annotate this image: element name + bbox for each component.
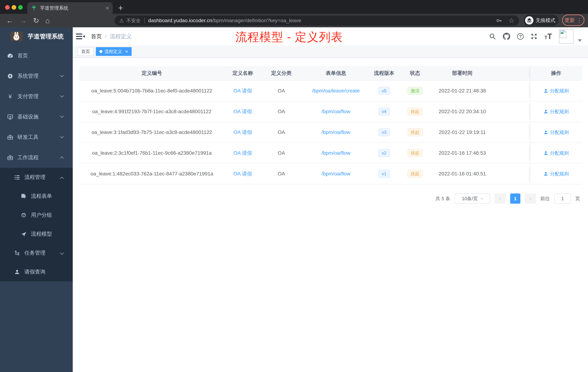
form-link[interactable]: /bpm/oa/flow [321,150,350,156]
version-badge: v2 [378,149,390,157]
sidebar-item-leave-query[interactable]: 请假查询 [0,263,73,281]
status-badge: 激活 [408,87,423,95]
sidebar-item-workflow[interactable]: 工作流程 [0,147,73,168]
form-link[interactable]: /bpm/oa/flow [321,171,350,177]
breadcrumb-home[interactable]: 首页 [91,33,102,40]
reload-icon[interactable]: ↻ [33,17,39,24]
user-avatar-broken-image[interactable] [559,29,573,44]
pagination: 共 5 条 10条/页 ‹ 1 › 前往 页 [73,194,580,204]
version-badge: v5 [378,87,390,95]
assign-rule-button[interactable]: 分配规则 [544,129,569,136]
definition-name-link[interactable]: OA 请假 [233,170,252,177]
column-header: 部署时间 [432,70,493,77]
form-link[interactable]: /bpm/oa/flow [321,129,350,135]
form-link[interactable]: /bpm/oa/leave/create [312,88,360,94]
assign-rule-button[interactable]: 分配规则 [544,109,569,115]
sidebar-item-label: 流程管理 [24,174,45,181]
user-icon [544,88,548,93]
sidebar-item-payment[interactable]: ¥ 支付管理 [0,86,73,107]
sidebar-item-infrastructure[interactable]: 基础设施 [0,107,73,127]
not-secure-warning-icon: ⚠ [119,18,124,24]
help-icon[interactable]: ? [517,33,524,40]
sidebar-item-label: 首页 [17,52,28,59]
window-zoom-button[interactable] [18,5,23,10]
chevron-up-icon [60,177,64,181]
page-size-select[interactable]: 10条/页 [454,194,490,204]
deploy-time: 2022-01-22 21:48:38 [432,88,493,94]
sidebar-item-label: 系统管理 [17,72,39,80]
github-icon[interactable] [503,33,510,40]
status-badge: 挂起 [408,170,423,178]
user-icon [544,151,548,155]
app-title: 芋道管理系统 [28,33,64,41]
home-icon[interactable]: ⌂ [45,17,50,24]
assign-rule-button[interactable]: 分配规则 [544,150,569,156]
status-badge: 挂起 [408,108,423,116]
window-minimize-button[interactable] [12,5,16,10]
definition-name-link[interactable]: OA 请假 [233,108,252,115]
sidebar-item-label: 流程表单 [31,193,52,200]
forward-icon[interactable]: → [20,17,27,24]
assign-rule-button[interactable]: 分配规则 [544,88,569,94]
back-icon[interactable]: ← [6,17,13,24]
new-tab-button[interactable]: + [118,3,123,13]
browser-menu-icon[interactable]: ⋮ [577,17,582,23]
user-icon [544,171,548,176]
prev-page-button[interactable]: ‹ [494,194,506,204]
sidebar-item-task-management[interactable]: 任务管理 [0,243,73,263]
total-count: 共 5 条 [435,196,450,202]
tag-close-icon[interactable]: × [125,49,128,55]
security-label[interactable]: 不安全 [126,17,141,24]
url-host: dashboard.yudao.iocoder.cn [148,18,212,23]
goto-page-input[interactable] [554,194,571,204]
definition-name-link[interactable]: OA 请假 [233,87,252,94]
table-row: oa_leave:1:482ec033-762a-11ec-8477-a2380… [79,164,582,184]
fullscreen-icon[interactable] [531,33,537,40]
definition-name-link[interactable]: OA 请假 [233,150,252,156]
sidebar-item-process-management[interactable]: 流程管理 [0,168,73,187]
address-bar[interactable]: ⚠ 不安全 dashboard.yudao.iocoder.cn /bpm/ma… [115,15,519,26]
column-header: 定义分类 [261,70,302,77]
chevron-down-icon [60,94,64,98]
version-badge: v3 [378,128,390,136]
sidebar-item-system[interactable]: 系统管理 [0,66,73,86]
font-size-icon[interactable]: TT [544,33,552,40]
active-tag-dot [99,50,102,53]
tag-process-definition[interactable]: 流程定义 × [96,47,132,56]
sidebar-item-home[interactable]: 首页 [0,45,73,66]
browser-tab[interactable]: 芋道管理系统 × [27,2,113,14]
sidebar-item-devtools[interactable]: 研发工具 [0,127,73,147]
sidebar-logo: 芋道管理系统 [0,27,73,45]
breadcrumb: 首页 / 流程定义 [91,27,132,45]
chevron-down-icon [60,114,64,118]
next-page-button[interactable]: › [525,194,536,204]
navbar-actions: ? TT [489,27,582,45]
definition-name-link[interactable]: OA 请假 [233,129,252,136]
tab-close-icon[interactable]: × [106,5,109,11]
sidebar-item-process-model[interactable]: 流程模型 [0,225,73,243]
user-icon [544,109,548,114]
current-page-button[interactable]: 1 [510,194,520,204]
password-key-icon[interactable] [496,17,502,24]
sidebar-fold-icon[interactable] [76,32,85,41]
bookmark-star-icon[interactable]: ☆ [509,17,514,24]
app-navbar: 首页 / 流程定义 流程模型 - 定义列表 ? [73,27,588,45]
window-close-button[interactable] [5,5,10,10]
chevron-down-icon [60,251,64,255]
chevron-down-icon [60,73,64,77]
sidebar-item-process-form[interactable]: 流程表单 [0,187,73,206]
toolbox-icon [7,134,13,140]
tag-home[interactable]: 首页 [78,47,94,56]
form-link[interactable]: /bpm/oa/flow [321,109,350,114]
assign-rule-button[interactable]: 分配规则 [544,171,569,177]
definition-id: oa_leave:5:004b710b-7b8a-11ec-8ef0-acde4… [79,88,225,94]
dashboard-icon [7,53,13,59]
sidebar-item-label: 基础设施 [17,113,39,120]
monitor-icon [7,114,13,120]
sidebar-item-user-group[interactable]: 用户分组 [0,206,73,225]
avatar-caret-icon[interactable] [578,39,582,42]
document-edit-icon [20,194,27,199]
version-badge: v1 [378,170,390,178]
browser-update-button[interactable]: 更新 ⋮ [562,15,584,26]
search-icon[interactable] [489,33,496,40]
